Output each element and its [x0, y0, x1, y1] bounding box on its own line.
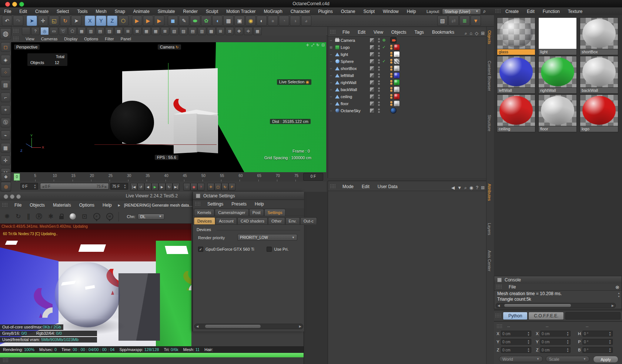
object-tags[interactable]	[390, 51, 400, 57]
sky-icon[interactable]: ◐	[257, 16, 267, 26]
object-row-ceiling[interactable]: –ceiling	[328, 93, 486, 100]
workplane-icon[interactable]: ▦	[1, 143, 10, 153]
grid-1-icon[interactable]: ▦	[142, 27, 151, 35]
pause-render-icon[interactable]: ∥	[27, 213, 30, 220]
viewport-menu-options[interactable]: Options	[81, 37, 101, 41]
snap-3-icon[interactable]: ▤	[96, 27, 104, 35]
tab-structure[interactable]: Structure	[487, 115, 492, 131]
sds-icon[interactable]: Ⓢ	[1, 118, 10, 127]
console-menu-file[interactable]: File	[505, 284, 520, 290]
add-cube-icon[interactable]: ◼	[168, 16, 178, 26]
viewport-nav-icon-1[interactable]: ⤢	[311, 43, 315, 47]
om-path-icon[interactable]: ◇	[475, 31, 478, 36]
layer-chip[interactable]	[369, 101, 375, 106]
settings-gear-icon[interactable]: ✱	[48, 213, 53, 220]
om-menu-tags[interactable]: Tags	[411, 30, 428, 35]
am-menu-mode[interactable]: Mode	[338, 184, 358, 189]
coord-field[interactable]: 0 cm▲▼	[501, 331, 531, 337]
grip[interactable]	[22, 27, 30, 35]
tab-attributes[interactable]: Attributes	[487, 184, 492, 201]
tab-axis-center[interactable]: Axis Center	[487, 250, 492, 271]
snap-4-icon[interactable]: ▨	[105, 27, 114, 35]
env-ball4-icon[interactable]: ◕	[301, 16, 311, 26]
mograph-icon[interactable]: ✿	[201, 16, 211, 26]
octane-tab-out-c[interactable]: Out-c	[300, 217, 317, 224]
coord-field[interactable]: 0 cm▲▼	[501, 339, 531, 345]
pick-material-icon[interactable]: M	[106, 213, 113, 220]
material-floor[interactable]: floor	[538, 94, 577, 132]
material-tag-icon[interactable]	[394, 65, 400, 71]
uv-arrows-icon[interactable]: ⇄	[448, 16, 459, 26]
lock-y-icon[interactable]: Y	[96, 16, 106, 26]
lock-x-icon[interactable]: X	[85, 16, 95, 26]
object-row-shortbox[interactable]: –shortBox	[328, 65, 486, 72]
om-menu-objects[interactable]: Objects	[387, 30, 411, 35]
octane-sky-tag-icon[interactable]	[390, 107, 397, 114]
render-priority-select[interactable]: PRIORITY_LOW▼	[237, 234, 297, 241]
material-menu-texture[interactable]: Texture	[564, 9, 586, 14]
autokey-button[interactable]: ◉	[190, 183, 197, 191]
octane-menu-help[interactable]: Help	[251, 201, 268, 207]
viewport-nav-icon-2[interactable]: ↻	[316, 43, 320, 47]
key-position-button[interactable]: ✛	[207, 183, 214, 191]
material-menubar-grip[interactable]	[495, 9, 501, 14]
visibility-dots[interactable]	[377, 59, 381, 64]
menu-file[interactable]: File	[0, 9, 15, 14]
om-menu-view[interactable]: View	[369, 30, 387, 35]
keyframe-selection-button[interactable]: ?	[197, 183, 204, 191]
viewport-menu-cameras[interactable]: Cameras	[38, 37, 61, 41]
texture-tag-icon[interactable]	[390, 59, 392, 64]
spline-pen-icon[interactable]: ✎	[179, 16, 189, 26]
current-frame-field[interactable]: 0 F▲▼	[20, 183, 38, 190]
prev-frame-button[interactable]: ◀	[144, 183, 151, 191]
use-pri-checkbox[interactable]	[267, 247, 272, 252]
material-tag-icon[interactable]	[394, 51, 400, 57]
octane-tab-settings[interactable]: Settings	[264, 209, 286, 216]
coord-system-icon[interactable]: ⬡	[118, 16, 128, 26]
object-axis-icon[interactable]: ⌖	[1, 105, 10, 115]
menu-create[interactable]: Create	[31, 9, 53, 14]
texture-mode-icon[interactable]: ◈	[1, 55, 10, 64]
snap-1-icon[interactable]: ▦	[77, 27, 86, 35]
menu-select[interactable]: Select	[53, 9, 73, 14]
menu-octane[interactable]: Octane	[337, 9, 360, 14]
material-logo[interactable]: logo	[580, 94, 618, 132]
material-tag-icon[interactable]	[394, 44, 400, 50]
object-row-octanesky[interactable]: –OctaneSky	[328, 107, 486, 114]
goto-start-button[interactable]: |◀	[130, 183, 137, 191]
ws-1-icon[interactable]: ▧	[170, 27, 178, 35]
grid-3-icon[interactable]: ⊠	[161, 27, 169, 35]
tab-content-browser[interactable]: Content Browser	[487, 61, 492, 91]
layer-chip[interactable]	[369, 108, 375, 113]
script-input[interactable]	[565, 312, 621, 320]
menu-animate[interactable]: Animate	[129, 9, 154, 14]
move-icon[interactable]: ✛	[38, 16, 48, 26]
scale-select[interactable]: Scale▼	[546, 356, 589, 362]
am-back-icon[interactable]: ◀	[451, 185, 455, 190]
edges-mode-icon[interactable]: ▤	[1, 80, 10, 90]
camera-hud-label[interactable]: Camera ↻	[158, 44, 181, 50]
texture-tag-icon[interactable]	[390, 52, 392, 57]
layer-chip[interactable]	[369, 80, 375, 85]
object-tags[interactable]	[390, 93, 400, 100]
save-icon[interactable]: ▼	[471, 16, 481, 26]
layer-chip[interactable]	[369, 66, 375, 71]
env-ball2-icon[interactable]: ◔	[279, 16, 289, 26]
last-tool-icon[interactable]: ➤	[71, 16, 81, 26]
console-titlebar[interactable]: Console	[494, 276, 622, 284]
material-menu-edit[interactable]: Edit	[523, 9, 539, 14]
tab-c-o-f-f-e-e[interactable]: C.O.F.F.E.E.	[528, 312, 564, 320]
end-frame-field[interactable]: 75 F▲▼	[110, 183, 128, 190]
object-tags[interactable]	[390, 86, 400, 93]
console-vscroll[interactable]: ▲▼	[618, 292, 620, 298]
lv-menu-options[interactable]: Options	[75, 203, 98, 208]
loop-button[interactable]: ↺	[137, 183, 144, 191]
material-menu-function[interactable]: Function	[539, 9, 564, 14]
object-tags[interactable]	[390, 44, 400, 50]
light-icon[interactable]: ◉	[245, 16, 256, 26]
coord-field[interactable]: 0 °▲▼	[582, 347, 613, 353]
ws-6-icon[interactable]: ⊞	[216, 27, 225, 35]
region-icon[interactable]: ⊡	[82, 213, 87, 220]
octane-menu-presets[interactable]: Presets	[227, 201, 251, 207]
lock-z-icon[interactable]: Z	[107, 16, 117, 26]
